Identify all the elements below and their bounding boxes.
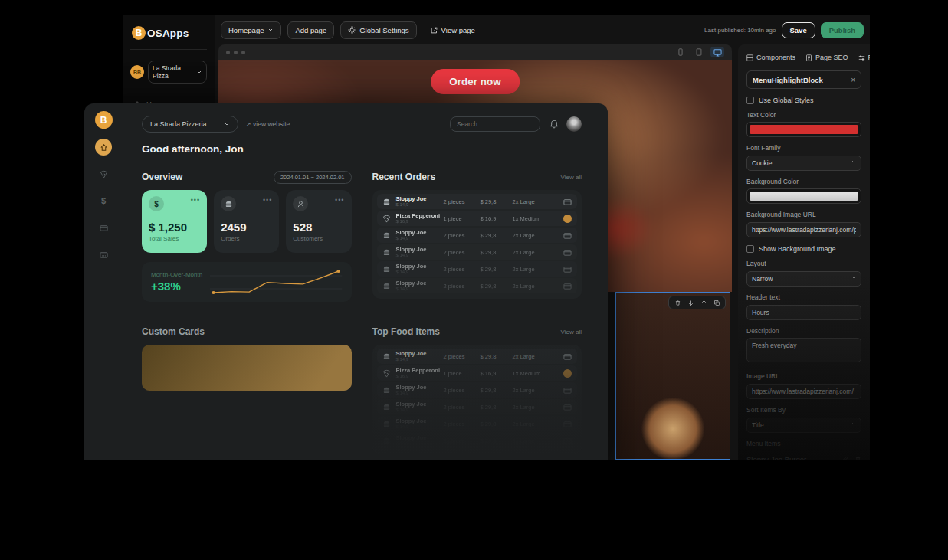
preview-chrome-bar [218,44,732,60]
duplicate-block-icon[interactable] [711,298,722,307]
header-text-input[interactable] [746,305,861,320]
sort-items-by-value[interactable] [746,418,861,433]
top-food-items-title: Top Food Items [372,326,440,337]
tab-components[interactable]: Components [746,54,795,61]
search-input[interactable] [450,116,540,132]
order-qty: 2 pieces [444,283,481,290]
food-price: $ 29,8 [481,387,513,394]
payment-method-icon[interactable] [563,386,572,395]
payment-method-icon[interactable] [563,248,572,257]
top-food-view-all[interactable]: View all [561,329,582,336]
add-page-button[interactable]: Add page [287,21,334,39]
sort-items-by-select[interactable] [746,417,861,433]
publish-button[interactable]: Publish [821,22,864,38]
order-row[interactable]: Pizza Pepperoni $ 16,9 1 piece $ 16,9 1x… [377,211,578,226]
user-avatar[interactable] [566,116,582,132]
trash-icon[interactable] [855,456,861,460]
card-menu-icon[interactable]: ••• [191,196,200,204]
menu-item-row[interactable]: Sloppy Joe Burger [746,450,861,460]
desktop-preview-button[interactable] [710,47,724,57]
delete-block-icon[interactable] [672,298,683,307]
payment-method-icon[interactable] [563,282,572,290]
food-row[interactable]: Sloppy Joe $ 14,9 2 pieces $ 29,8 2x Lar… [377,399,578,414]
order-size: 2x Large [513,283,553,290]
background-color-field[interactable] [746,188,861,204]
order-price: $ 29,8 [481,249,513,256]
tab-page-settings[interactable]: Page S [858,54,870,61]
payment-method-icon[interactable] [563,437,572,445]
layout-select[interactable] [746,270,861,287]
layout-value[interactable] [746,271,861,287]
order-row[interactable]: Sloppy Joe $ 14,9 2 pieces $ 29,8 2x Lar… [377,278,578,293]
tab-label: Page SEO [815,54,848,61]
payment-method-icon[interactable] [563,369,572,378]
font-family-select[interactable] [746,155,861,171]
background-image-url-input[interactable] [746,222,861,237]
food-row[interactable]: Sloppy Joe $ 14,9 2 pieces $ 29,8 2x Lar… [377,416,578,431]
date-range-picker[interactable]: 2024.01.01 ~ 2024.02.01 [274,171,352,184]
chevron-down-icon [196,69,202,75]
payment-method-icon[interactable] [563,215,572,223]
selected-block[interactable] [615,292,730,460]
payment-method-icon[interactable] [563,352,572,361]
payment-method-icon[interactable] [563,403,572,411]
global-settings-label: Global Settings [359,26,408,34]
food-row[interactable]: Pizza Pepperoni $ 16,9 1 piece $ 16,9 1x… [377,365,578,381]
recent-orders-view-all[interactable]: View all [561,174,582,181]
overview-title: Overview [142,172,182,182]
nav-gift-cards[interactable] [95,246,112,263]
tablet-preview-button[interactable] [692,47,706,57]
workspace-selector[interactable]: La Strada Pizza [148,61,207,84]
order-row[interactable]: Sloppy Joe $ 14,9 2 pieces $ 29,8 2x Lar… [377,194,578,209]
tab-page-seo[interactable]: Page SEO [805,54,848,61]
nav-home[interactable] [95,139,112,156]
food-row[interactable]: Sloppy Joe $ 14,9 2 pieces $ 29,8 2x Lar… [377,349,578,364]
view-website-link[interactable]: ↗ view website [246,120,290,128]
add-page-label: Add page [295,26,326,34]
move-down-icon[interactable] [685,298,696,307]
food-unit-price: $ 14,9 [396,357,444,362]
payment-method-icon[interactable] [563,265,572,273]
move-up-icon[interactable] [698,298,709,307]
order-row[interactable]: Sloppy Joe $ 14,9 2 pieces $ 29,8 2x Lar… [377,244,578,260]
order-item-name: Sloppy Joe [396,230,444,236]
save-button[interactable]: Save [782,22,815,38]
use-global-styles-checkbox[interactable]: Use Global Styles [746,97,861,104]
nav-sales[interactable]: $ [95,192,112,209]
food-icon [382,420,396,428]
text-color-field[interactable] [746,122,861,137]
order-row[interactable]: Sloppy Joe $ 14,9 2 pieces $ 29,8 2x Lar… [377,228,578,243]
nav-cards[interactable] [95,219,112,236]
customers-label: Customers [293,235,344,242]
card-menu-icon[interactable]: ••• [263,196,272,204]
menu-items-list: Sloppy Joe Burger ½ Chicken Parm Sub ½ M… [746,450,861,460]
order-now-button[interactable]: Order now [431,69,520,94]
font-family-value[interactable] [746,156,861,171]
food-row[interactable]: Sloppy Joe $ 14,9 2 pieces $ 29,8 2x Lar… [377,433,578,448]
external-arrow-icon: ↗ [246,120,251,128]
food-size: 2x Large [513,404,553,411]
show-background-image-checkbox[interactable]: Show Background Image [746,245,861,253]
view-page-button[interactable]: View page [423,21,483,39]
payment-method-icon[interactable] [563,231,572,240]
order-size: 2x Large [513,249,553,256]
description-textarea[interactable]: Fresh everyday [746,338,861,362]
order-row[interactable]: Sloppy Joe $ 14,9 2 pieces $ 29,8 2x Lar… [377,261,578,277]
payment-method-icon[interactable] [563,198,572,206]
menu-item-label: Sloppy Joe Burger [746,455,835,460]
page-selector-dropdown[interactable]: Homepage [221,21,281,39]
order-unit-price: $ 14,9 [396,253,444,258]
payment-method-icon[interactable] [563,420,572,428]
edit-icon[interactable] [841,456,848,460]
food-row[interactable]: Sloppy Joe $ 14,9 2 pieces $ 29,8 2x Lar… [377,382,578,398]
mobile-preview-button[interactable] [674,47,687,57]
global-settings-button[interactable]: Global Settings [340,21,416,39]
bell-icon[interactable] [549,120,559,129]
close-icon[interactable]: × [851,76,855,84]
image-url-input[interactable] [746,384,861,399]
restaurant-selector[interactable]: La Strada Pizzeria [142,116,238,133]
nav-menu-pizza[interactable] [95,165,112,182]
custom-card[interactable] [142,345,352,391]
card-menu-icon[interactable]: ••• [335,196,344,204]
food-unit-price: $ 14,9 [396,391,444,396]
